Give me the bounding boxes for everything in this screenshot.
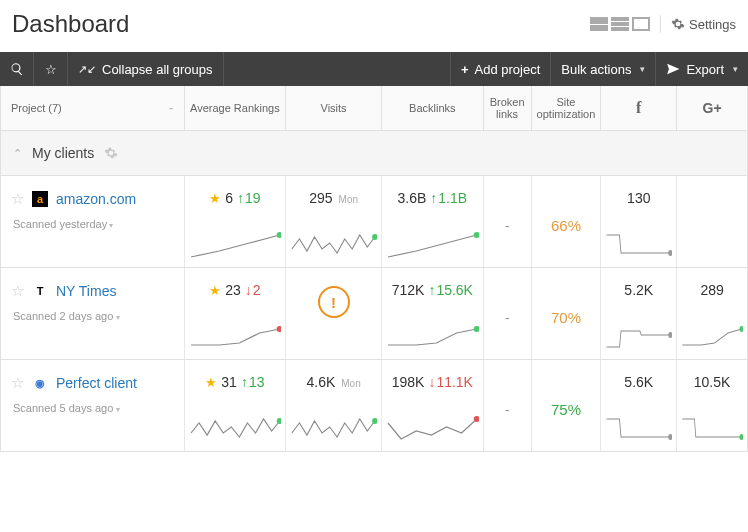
group-header[interactable]: ⌃ My clients — [0, 131, 748, 176]
cell-visits: 4.6KMon — [286, 360, 382, 451]
visits-value: 295Mon — [309, 190, 358, 206]
cell-rankings: ★ 23 2 — [185, 268, 287, 359]
svg-point-2 — [474, 232, 479, 238]
view-mode-group — [590, 17, 650, 31]
sparkline — [605, 321, 672, 353]
svg-point-5 — [474, 326, 479, 332]
sparkline — [189, 413, 282, 445]
cell-site-optimization: 70% — [532, 268, 602, 359]
cell-rankings: ★ 6 19 — [185, 176, 287, 267]
export-icon — [666, 62, 680, 76]
gplus-value: 289 — [700, 282, 723, 298]
chevron-up-icon: ⌃ — [13, 147, 22, 160]
favorite-filter-button[interactable]: ☆ — [34, 52, 68, 86]
view-mode-card-icon[interactable] — [632, 17, 650, 31]
delta: 19 — [237, 190, 261, 206]
visits-value: 4.6KMon — [306, 374, 360, 390]
col-project-label: Project (7) — [11, 102, 62, 114]
svg-point-11 — [669, 434, 673, 440]
bulk-actions-button[interactable]: Bulk actions ▾ — [550, 52, 655, 86]
table-row: ☆ a amazon.com Scanned yesterday ★ 6 19 … — [0, 176, 748, 268]
header-right: Settings — [590, 15, 736, 33]
scanned-label[interactable]: Scanned yesterday — [13, 218, 113, 230]
sparkline — [386, 321, 479, 353]
cell-project: ☆ T NY Times Scanned 2 days ago — [1, 268, 185, 359]
favicon: a — [32, 191, 48, 207]
col-site-optimization[interactable]: Site optimization — [532, 86, 602, 130]
rank-value: ★ 23 2 — [209, 282, 260, 298]
gear-icon — [671, 17, 685, 31]
sparkline — [605, 229, 672, 261]
delta: 2 — [245, 282, 261, 298]
sparkline — [386, 229, 479, 261]
svg-point-12 — [740, 434, 743, 440]
collapse-all-button[interactable]: ↗↙ Collapse all groups — [68, 52, 224, 86]
backlinks-value: 3.6B 1.1B — [398, 190, 468, 206]
cell-visits: ! — [286, 268, 382, 359]
col-facebook[interactable]: f — [601, 86, 677, 130]
bulk-actions-label: Bulk actions — [561, 62, 631, 77]
divider — [660, 15, 661, 33]
star-icon: ★ — [205, 375, 217, 390]
svg-point-7 — [740, 326, 743, 332]
delta: 11.1K — [428, 374, 473, 390]
project-link[interactable]: Perfect client — [56, 375, 137, 391]
star-icon[interactable]: ☆ — [11, 374, 24, 392]
warning-icon[interactable]: ! — [318, 286, 350, 318]
scanned-label[interactable]: Scanned 2 days ago — [13, 310, 120, 322]
search-button[interactable] — [0, 52, 34, 86]
cell-site-optimization: 66% — [532, 176, 602, 267]
fb-value: 5.2K — [624, 282, 653, 298]
gplus-value: 10.5K — [694, 374, 731, 390]
col-backlinks[interactable]: Backlinks — [382, 86, 484, 130]
project-link[interactable]: NY Times — [56, 283, 116, 299]
backlinks-value: 198K 11.1K — [392, 374, 473, 390]
table-row: ☆ T NY Times Scanned 2 days ago ★ 23 2 !… — [0, 268, 748, 360]
cell-broken-links: - — [484, 360, 532, 451]
gear-icon[interactable] — [104, 146, 118, 160]
cell-visits: 295Mon — [286, 176, 382, 267]
cell-googleplus — [677, 176, 747, 267]
delta: 13 — [241, 374, 265, 390]
scanned-label[interactable]: Scanned 5 days ago — [13, 402, 120, 414]
cell-rankings: ★ 31 13 — [185, 360, 287, 451]
view-mode-list-icon[interactable] — [611, 17, 629, 31]
cell-backlinks: 198K 11.1K — [382, 360, 484, 451]
star-icon[interactable]: ☆ — [11, 190, 24, 208]
page-title: Dashboard — [12, 10, 129, 38]
star-icon[interactable]: ☆ — [11, 282, 24, 300]
export-label: Export — [686, 62, 724, 77]
settings-button[interactable]: Settings — [671, 17, 736, 32]
sparkline — [290, 229, 377, 261]
export-button[interactable]: Export ▾ — [655, 52, 748, 86]
favicon: T — [32, 283, 48, 299]
chevron-down-icon: ▾ — [733, 64, 738, 74]
sparkline — [681, 413, 743, 445]
col-rankings[interactable]: Average Rankings — [185, 86, 287, 130]
rank-value: ★ 6 19 — [209, 190, 260, 206]
cell-googleplus: 10.5K — [677, 360, 747, 451]
favicon: ◉ — [32, 375, 48, 391]
col-broken-links[interactable]: Broken links — [484, 86, 532, 130]
fb-value: 5.6K — [624, 374, 653, 390]
cell-backlinks: 3.6B 1.1B — [382, 176, 484, 267]
svg-point-6 — [669, 332, 673, 338]
svg-point-4 — [276, 326, 281, 332]
col-project[interactable]: Project (7) - — [1, 86, 185, 130]
delta: 1.1B — [430, 190, 467, 206]
cell-facebook: 130 — [601, 176, 677, 267]
sort-icon: - — [169, 100, 174, 116]
add-project-button[interactable]: + Add project — [450, 52, 550, 86]
collapse-icon: ↗↙ — [78, 63, 96, 76]
project-link[interactable]: amazon.com — [56, 191, 136, 207]
toolbar: ☆ ↗↙ Collapse all groups + Add project B… — [0, 52, 748, 86]
col-googleplus[interactable]: G+ — [677, 86, 747, 130]
cell-facebook: 5.2K — [601, 268, 677, 359]
svg-point-0 — [276, 232, 281, 238]
star-icon: ★ — [209, 191, 221, 206]
view-mode-wide-icon[interactable] — [590, 17, 608, 31]
cell-broken-links: - — [484, 268, 532, 359]
col-visits[interactable]: Visits — [286, 86, 382, 130]
svg-point-3 — [669, 250, 673, 256]
cell-facebook: 5.6K — [601, 360, 677, 451]
